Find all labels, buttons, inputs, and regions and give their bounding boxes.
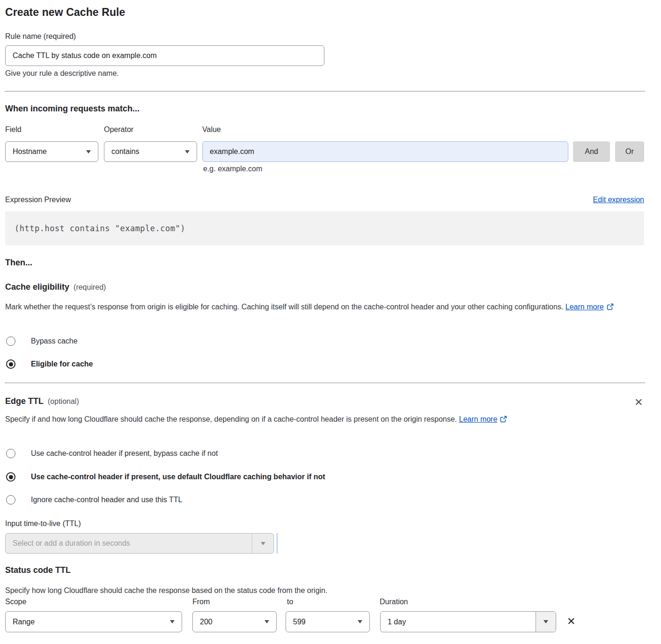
status-code-ttl-description: Specify how long Cloudflare should cache… xyxy=(5,584,635,597)
rule-name-helper: Give your rule a descriptive name. xyxy=(5,69,119,78)
field-select[interactable]: Hostname xyxy=(5,141,98,162)
section-divider xyxy=(5,382,645,383)
duration-column-label: Duration xyxy=(380,598,408,606)
operator-select-value: contains xyxy=(111,147,185,156)
learn-more-link[interactable]: Learn more xyxy=(566,303,604,311)
ttl-combobox-placeholder: Select or add a duration in seconds xyxy=(6,534,252,553)
edge-ttl-heading: Edge TTL xyxy=(5,396,44,406)
to-column-label: to xyxy=(287,598,293,606)
operator-label: Operator xyxy=(104,125,133,134)
chevron-down-icon xyxy=(185,150,190,154)
cache-eligibility-description: Mark whether the request’s response from… xyxy=(5,300,635,314)
radio-icon xyxy=(6,449,15,458)
chevron-down-icon xyxy=(170,620,175,623)
rule-name-label: Rule name (required) xyxy=(5,32,76,41)
radio-option-label: Use cache-control header if present, byp… xyxy=(31,449,218,458)
external-link-icon xyxy=(500,416,507,423)
radio-option-label: Bypass cache xyxy=(31,337,78,345)
then-heading: Then... xyxy=(5,258,32,268)
cache-eligibility-heading: Cache eligibility xyxy=(5,282,69,292)
dropdown-arrow-button xyxy=(252,534,273,553)
close-icon[interactable]: ✕ xyxy=(634,397,643,408)
page-title: Create new Cache Rule xyxy=(5,6,125,19)
chevron-down-icon xyxy=(358,620,362,623)
radio-option-eligible-for-cache[interactable]: Eligible for cache xyxy=(5,359,93,369)
match-section-heading: When incoming requests match... xyxy=(5,104,140,114)
radio-option-bypass-cache[interactable]: Bypass cache xyxy=(5,337,78,346)
edge-ttl-qualifier: (optional) xyxy=(48,397,79,405)
radio-option-use-header-default[interactable]: Use cache-control header if present, use… xyxy=(5,472,325,482)
edit-expression-link[interactable]: Edit expression xyxy=(593,196,644,204)
cache-eligibility-qualifier: (required) xyxy=(73,283,106,291)
scope-select-value: Range xyxy=(13,618,170,626)
status-code-ttl-heading: Status code TTL xyxy=(5,565,71,575)
create-cache-rule-form: Create new Cache Rule Rule name (require… xyxy=(0,0,661,644)
edge-ttl-description-text: Specify if and how long Cloudflare shoul… xyxy=(5,415,457,423)
expression-code: (http.host contains "example.com") xyxy=(15,224,185,233)
radio-icon xyxy=(6,337,15,346)
radio-option-ignore-header[interactable]: Ignore cache-control header and use this… xyxy=(5,495,182,505)
ttl-input-label: Input time-to-live (TTL) xyxy=(5,520,81,528)
ttl-duration-combobox[interactable]: Select or add a duration in seconds xyxy=(5,533,274,554)
radio-icon-selected xyxy=(6,472,15,482)
delete-row-icon[interactable]: ✕ xyxy=(567,616,575,627)
value-input[interactable] xyxy=(202,141,568,162)
from-select[interactable]: 200 xyxy=(192,611,277,632)
radio-option-label: Ignore cache-control header and use this… xyxy=(31,496,182,504)
chevron-down-icon xyxy=(543,620,548,623)
scope-column-label: Scope xyxy=(5,598,26,606)
radio-icon xyxy=(6,495,15,505)
radio-option-label: Eligible for cache xyxy=(31,360,93,368)
value-helper: e.g. example.com xyxy=(203,165,262,173)
and-button[interactable]: And xyxy=(573,141,610,162)
section-divider xyxy=(5,91,645,92)
field-select-value: Hostname xyxy=(13,147,86,156)
edge-ttl-description: Specify if and how long Cloudflare shoul… xyxy=(5,412,525,426)
field-label: Field xyxy=(5,125,22,134)
from-select-value: 200 xyxy=(200,618,264,626)
duration-combobox[interactable]: 1 day xyxy=(380,611,556,632)
scope-select[interactable]: Range xyxy=(5,611,182,632)
radio-icon-selected xyxy=(6,359,15,369)
or-button[interactable]: Or xyxy=(615,141,644,162)
learn-more-link[interactable]: Learn more xyxy=(459,415,498,423)
dropdown-arrow-button[interactable] xyxy=(536,612,556,632)
operator-select[interactable]: contains xyxy=(104,141,197,162)
duration-combobox-value: 1 day xyxy=(381,612,536,632)
edge-ttl-heading-row: Edge TTL(optional) xyxy=(5,396,79,406)
radio-option-use-header-bypass[interactable]: Use cache-control header if present, byp… xyxy=(5,449,218,458)
text-cursor xyxy=(277,533,278,554)
from-column-label: From xyxy=(192,598,210,606)
cache-eligibility-heading-row: Cache eligibility(required) xyxy=(5,282,106,292)
external-link-icon xyxy=(607,303,614,310)
value-label: Value xyxy=(202,125,221,134)
expression-preview-label: Expression Preview xyxy=(5,196,71,204)
rule-name-input[interactable] xyxy=(5,45,324,66)
chevron-down-icon xyxy=(261,542,265,545)
cache-eligibility-description-text: Mark whether the request’s response from… xyxy=(5,303,563,311)
chevron-down-icon xyxy=(264,620,269,623)
to-select-value: 599 xyxy=(293,618,358,626)
to-select[interactable]: 599 xyxy=(286,611,370,632)
chevron-down-icon xyxy=(86,150,91,154)
radio-option-label: Use cache-control header if present, use… xyxy=(31,473,325,481)
expression-preview-box: (http.host contains "example.com") xyxy=(5,211,644,245)
